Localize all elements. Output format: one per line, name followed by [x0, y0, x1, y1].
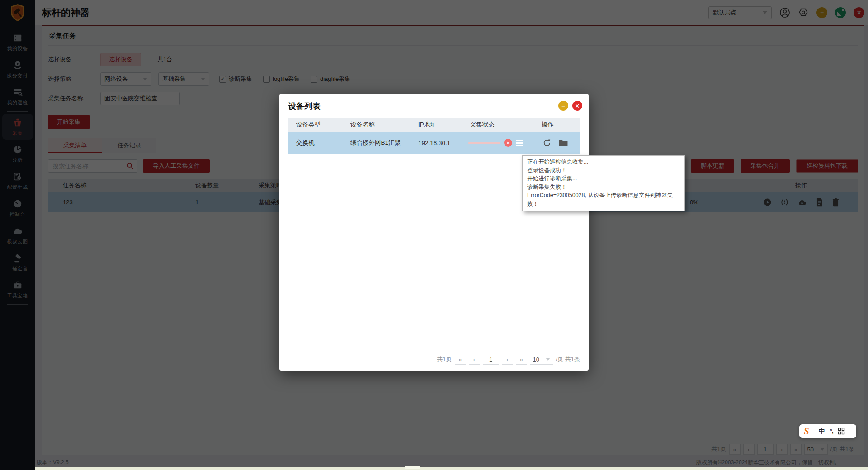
pagination-suffix: /页 共1条 [556, 355, 580, 363]
collect-status-tooltip: 正在开始巡检信息收集... 登录设备成功！ 开始进行诊断采集... 诊断采集失败… [522, 155, 685, 211]
collect-failed-icon[interactable]: ✕ [504, 139, 512, 147]
ime-divider [814, 428, 814, 435]
col-device-name: 设备名称 [342, 121, 410, 129]
ime-logo[interactable]: S [804, 427, 809, 436]
page-number-input[interactable] [483, 354, 499, 365]
next-page-button[interactable]: › [502, 354, 513, 365]
tooltip-line: 正在开始巡检信息收集... [527, 158, 680, 166]
cell-ip-address: 192.16.30.1 [410, 140, 462, 146]
first-page-button[interactable]: « [455, 354, 466, 365]
refresh-icon[interactable] [542, 138, 552, 147]
col-ip-address: IP地址 [410, 121, 462, 129]
progress-bar [468, 142, 500, 144]
modal-minimize-button[interactable]: − [558, 101, 568, 111]
ime-punctuation-icon[interactable]: °, [830, 428, 833, 435]
view-log-icon[interactable] [516, 140, 523, 146]
cell-device-name: 综合楼外网B1汇聚 [342, 139, 410, 147]
col-collect-status: 采集状态 [462, 121, 538, 129]
total-pages: 共1页 [437, 355, 452, 363]
tooltip-line: 登录设备成功！ [527, 166, 680, 175]
close-icon: ✕ [575, 103, 580, 109]
last-page-button[interactable]: » [516, 354, 527, 365]
chevron-down-icon [546, 358, 550, 361]
prev-page-button[interactable]: ‹ [469, 354, 480, 365]
tooltip-line: ErrorCode=230050028, 从设备上传诊断信息文件到神器失败！ [527, 191, 680, 208]
cell-collect-status: ✕ [462, 139, 538, 147]
ime-toolbar: S 中 °, [799, 424, 856, 438]
taskbar-handle[interactable] [405, 466, 420, 469]
tooltip-line: 诊断采集失败！ [527, 183, 680, 192]
minus-icon: − [561, 103, 565, 109]
cell-actions [538, 138, 580, 147]
col-device-type: 设备类型 [288, 121, 342, 129]
modal-title: 设备列表 [288, 101, 580, 112]
modal-pagination: 共1页 « ‹ › » 10 /页 共1条 [437, 354, 580, 365]
taskbar-edge[interactable] [35, 467, 868, 470]
page-size-value: 10 [533, 356, 539, 363]
cell-device-type: 交换机 [288, 139, 342, 147]
page-size-dropdown[interactable]: 10 [530, 354, 553, 365]
open-folder-icon[interactable] [558, 139, 568, 147]
modal-close-button[interactable]: ✕ [572, 101, 582, 111]
device-list-modal: 设备列表 − ✕ 设备类型 设备名称 IP地址 采集状态 操作 交换机 综合楼外… [279, 94, 589, 371]
device-table-row[interactable]: 交换机 综合楼外网B1汇聚 192.16.30.1 ✕ [288, 132, 580, 154]
ime-language-mode[interactable]: 中 [819, 427, 826, 436]
tooltip-line: 开始进行诊断采集... [527, 174, 680, 183]
device-table-header: 设备类型 设备名称 IP地址 采集状态 操作 [288, 118, 580, 132]
ime-grid-icon[interactable] [838, 428, 845, 435]
col-actions: 操作 [538, 121, 580, 129]
